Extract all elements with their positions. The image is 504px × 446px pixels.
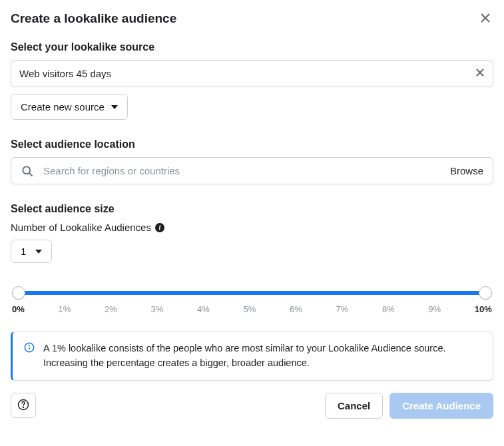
- svg-point-6: [23, 407, 24, 407]
- slider-tick: 4%: [197, 304, 210, 314]
- chevron-down-icon: [111, 105, 118, 109]
- count-label-row: Number of Lookalike Audiences i: [11, 222, 493, 233]
- create-audience-button[interactable]: Create Audience: [389, 393, 493, 419]
- location-label: Select audience location: [11, 138, 493, 150]
- source-field[interactable]: Web visitors 45 days: [11, 60, 493, 87]
- info-circle-icon: [23, 341, 35, 353]
- modal-header: Create a lookalike audience: [11, 11, 493, 27]
- modal-title: Create a lookalike audience: [11, 11, 176, 26]
- size-label: Select audience size: [11, 203, 493, 215]
- slider-track[interactable]: [19, 291, 485, 295]
- help-button[interactable]: [11, 393, 36, 418]
- browse-button[interactable]: Browse: [450, 165, 483, 176]
- info-icon[interactable]: i: [155, 223, 164, 232]
- info-banner-text: A 1% lookalike consists of the people wh…: [43, 341, 482, 371]
- count-label: Number of Lookalike Audiences: [11, 222, 151, 233]
- size-section: Select audience size Number of Lookalike…: [11, 203, 493, 381]
- slider-tick: 0%: [12, 304, 25, 314]
- slider-tick: 2%: [105, 304, 117, 314]
- slider-tick: 5%: [243, 304, 256, 314]
- cancel-button[interactable]: Cancel: [325, 393, 383, 419]
- slider-tick: 10%: [475, 304, 492, 314]
- audience-count-value: 1: [21, 246, 26, 257]
- create-new-source-button[interactable]: Create new source: [11, 94, 128, 120]
- location-field: Browse: [11, 157, 493, 184]
- close-icon: [480, 13, 491, 25]
- slider-tick: 9%: [428, 304, 441, 314]
- slider-tick: 8%: [382, 304, 395, 314]
- slider-thumb-max[interactable]: [479, 286, 492, 300]
- lookalike-modal: Create a lookalike audience Select your …: [0, 0, 504, 429]
- search-icon: [21, 164, 34, 178]
- close-button[interactable]: [477, 11, 493, 27]
- slider-tick: 3%: [150, 304, 163, 314]
- svg-point-0: [23, 166, 30, 174]
- size-slider: 0% 1% 2% 3% 4% 5% 6% 7% 8% 9% 10%: [11, 291, 493, 314]
- source-value: Web visitors 45 days: [19, 68, 475, 79]
- slider-thumb-min[interactable]: [12, 286, 25, 300]
- create-new-source-label: Create new source: [21, 101, 105, 112]
- slider-ticks: 0% 1% 2% 3% 4% 5% 6% 7% 8% 9% 10%: [12, 304, 492, 314]
- svg-point-4: [29, 345, 30, 345]
- help-icon: [17, 398, 30, 413]
- slider-tick: 7%: [336, 304, 348, 314]
- source-label: Select your lookalike source: [11, 41, 493, 53]
- clear-source-button[interactable]: [475, 68, 485, 79]
- close-icon: [475, 68, 485, 79]
- audience-count-select[interactable]: 1: [11, 240, 52, 263]
- modal-footer: Cancel Create Audience: [11, 393, 493, 419]
- info-banner: A 1% lookalike consists of the people wh…: [11, 332, 493, 381]
- chevron-down-icon: [35, 250, 42, 254]
- location-section: Select audience location Browse: [11, 138, 493, 184]
- slider-tick: 6%: [290, 304, 302, 314]
- source-section: Select your lookalike source Web visitor…: [11, 41, 493, 120]
- svg-line-1: [29, 172, 33, 176]
- slider-tick: 1%: [58, 304, 71, 314]
- location-search-input[interactable]: [42, 164, 450, 177]
